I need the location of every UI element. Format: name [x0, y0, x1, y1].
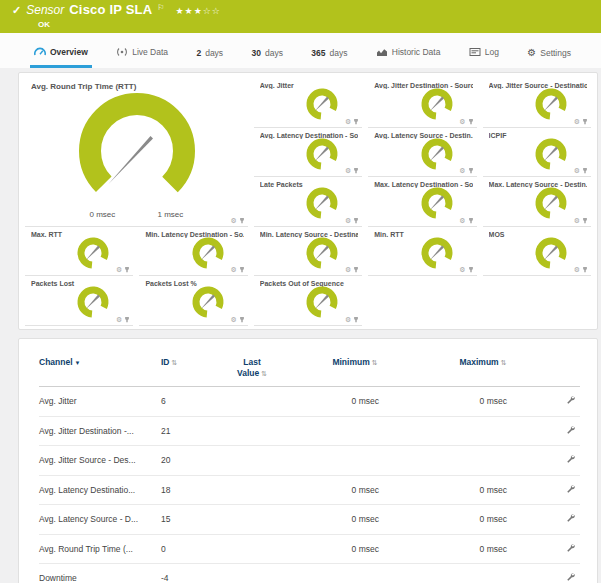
pin-icon[interactable] — [353, 217, 359, 224]
stars-empty[interactable]: ☆☆ — [203, 6, 221, 16]
gauge-card[interactable]: Max. Latency Source - Destin... ⚙ — [483, 177, 591, 227]
wrench-icon[interactable] — [566, 484, 576, 494]
tab-overview[interactable]: Overview — [30, 37, 92, 68]
gauge-card[interactable]: ICPIF ⚙ — [483, 128, 591, 178]
gear-icon[interactable]: ⚙ — [116, 316, 122, 323]
pin-icon[interactable] — [468, 266, 474, 273]
pin-icon[interactable] — [124, 316, 130, 323]
gauge-card[interactable]: Max. Latency Destination - So... ⚙ — [368, 177, 476, 227]
pin-icon[interactable] — [468, 118, 474, 125]
channel-minimum — [291, 564, 419, 583]
priority-stars[interactable]: ★★★☆☆ — [176, 4, 221, 18]
pin-icon[interactable] — [353, 266, 359, 273]
priority-flag-icon[interactable]: ⚐ — [157, 1, 164, 15]
channel-maximum: 0 msec — [419, 505, 547, 535]
gauge-card[interactable]: Avg. Latency Destination - So... ⚙ — [254, 128, 362, 178]
table-row[interactable]: Downtime -4 — [39, 564, 580, 583]
table-row[interactable]: Avg. Latency Source - D... 15 0 msec 0 m… — [39, 505, 580, 535]
gear-icon[interactable]: ⚙ — [459, 266, 465, 273]
gear-icon[interactable]: ⚙ — [345, 316, 351, 323]
pin-icon[interactable] — [353, 118, 359, 125]
gear-icon[interactable]: ⚙ — [459, 217, 465, 224]
channel-name[interactable]: Avg. Round Trip Time (... — [39, 534, 161, 564]
pin-icon[interactable] — [468, 217, 474, 224]
pin-icon[interactable] — [239, 316, 245, 323]
tab-historic-data[interactable]: Historic Data — [372, 37, 445, 68]
tab-365-days[interactable]: 365 days — [307, 39, 351, 68]
pin-icon[interactable] — [468, 167, 474, 174]
sort-icon: ⇅ — [501, 359, 507, 366]
gauge-card[interactable]: Packets Out of Sequence ⚙ — [254, 276, 362, 326]
gear-icon[interactable]: ⚙ — [345, 217, 351, 224]
wrench-icon[interactable] — [566, 395, 576, 405]
wrench-icon[interactable] — [566, 454, 576, 464]
gauge-card[interactable]: Packets Lost ⚙ — [25, 276, 133, 326]
column-header-channel[interactable]: Channel▼ — [39, 355, 161, 387]
channel-id: 15 — [161, 505, 213, 535]
gear-icon[interactable]: ⚙ — [574, 266, 580, 273]
gauge-card[interactable]: Avg. Jitter Source - Destination ⚙ — [483, 78, 591, 128]
column-header-maximum[interactable]: Maximum⇅ — [419, 355, 547, 387]
column-header-last-value[interactable]: LastValue⇅ — [213, 355, 291, 387]
gauge-card[interactable]: Avg. Jitter Destination - Source ⚙ — [368, 78, 476, 128]
gear-icon[interactable]: ⚙ — [459, 118, 465, 125]
gauge-card[interactable]: MOS ⚙ — [483, 227, 591, 277]
tab-log[interactable]: Log — [465, 37, 503, 68]
gauge-card[interactable]: Max. RTT ⚙ — [25, 227, 133, 277]
stars-filled[interactable]: ★★★ — [176, 6, 203, 16]
pin-icon[interactable] — [582, 118, 588, 125]
tab-live-data[interactable]: Live Data — [112, 37, 172, 68]
channel-name[interactable]: Avg. Latency Source - D... — [39, 505, 161, 535]
gauge-card[interactable]: Packets Lost % ⚙ — [139, 276, 247, 326]
table-row[interactable]: Avg. Jitter Destination -... 21 — [39, 416, 580, 446]
gauge-card[interactable]: Avg. Latency Source - Destin... ⚙ — [368, 128, 476, 178]
wrench-icon[interactable] — [566, 572, 576, 582]
tab-30-days[interactable]: 30 days — [247, 39, 286, 68]
wrench-icon[interactable] — [566, 513, 576, 523]
column-header-id[interactable]: ID⇅ — [161, 355, 213, 387]
gear-icon[interactable]: ⚙ — [345, 118, 351, 125]
tab-2-days[interactable]: 2 days — [192, 39, 227, 68]
column-header-minimum[interactable]: Minimum⇅ — [291, 355, 419, 387]
gauge-card-avg-rtt[interactable]: Avg. Round Trip Time (RTT) 0 msec 1 msec… — [25, 78, 248, 227]
pin-icon[interactable] — [353, 316, 359, 323]
wrench-icon[interactable] — [566, 543, 576, 553]
pin-icon[interactable] — [582, 266, 588, 273]
gear-icon[interactable]: ⚙ — [345, 167, 351, 174]
gauge-card[interactable]: Min. Latency Source - Destina... ⚙ — [254, 227, 362, 277]
pin-icon[interactable] — [239, 217, 245, 224]
gear-icon[interactable]: ⚙ — [231, 266, 237, 273]
channel-name[interactable]: Avg. Jitter — [39, 387, 161, 417]
gauge-card[interactable]: Min. Latency Destination - So... ⚙ — [139, 227, 247, 277]
gear-icon[interactable]: ⚙ — [345, 266, 351, 273]
gauge-icon — [34, 46, 46, 58]
gear-icon[interactable]: ⚙ — [574, 118, 580, 125]
gear-icon[interactable]: ⚙ — [231, 316, 237, 323]
pin-icon[interactable] — [582, 167, 588, 174]
gauge-card[interactable]: Min. RTT ⚙ — [368, 227, 476, 277]
gear-icon[interactable]: ⚙ — [231, 217, 237, 224]
pin-icon[interactable] — [353, 167, 359, 174]
gauge-dial — [533, 86, 569, 122]
tab-settings[interactable]: ⚙ Settings — [523, 39, 575, 68]
gear-icon[interactable]: ⚙ — [116, 266, 122, 273]
gauge-card[interactable]: Late Packets ⚙ — [254, 177, 362, 227]
table-row[interactable]: Avg. Latency Destinatio... 18 0 msec 0 m… — [39, 475, 580, 505]
gear-icon[interactable]: ⚙ — [574, 217, 580, 224]
gauge-card[interactable]: Avg. Jitter ⚙ — [254, 78, 362, 128]
pin-icon[interactable] — [239, 266, 245, 273]
table-row[interactable]: Avg. Jitter Source - Des... 20 — [39, 446, 580, 476]
column-label: Last — [243, 357, 260, 367]
channel-name[interactable]: Avg. Latency Destinatio... — [39, 475, 161, 505]
table-row[interactable]: Avg. Jitter 6 0 msec 0 msec — [39, 387, 580, 417]
pin-icon[interactable] — [124, 266, 130, 273]
channel-name[interactable]: Downtime — [39, 564, 161, 583]
pin-icon[interactable] — [582, 217, 588, 224]
channel-name[interactable]: Avg. Jitter Destination -... — [39, 416, 161, 446]
table-row[interactable]: Avg. Round Trip Time (... 0 0 msec 0 mse… — [39, 534, 580, 564]
wrench-icon[interactable] — [566, 425, 576, 435]
tab-number: 365 — [311, 48, 325, 58]
gear-icon[interactable]: ⚙ — [459, 167, 465, 174]
gear-icon[interactable]: ⚙ — [574, 167, 580, 174]
channel-name[interactable]: Avg. Jitter Source - Des... — [39, 446, 161, 476]
